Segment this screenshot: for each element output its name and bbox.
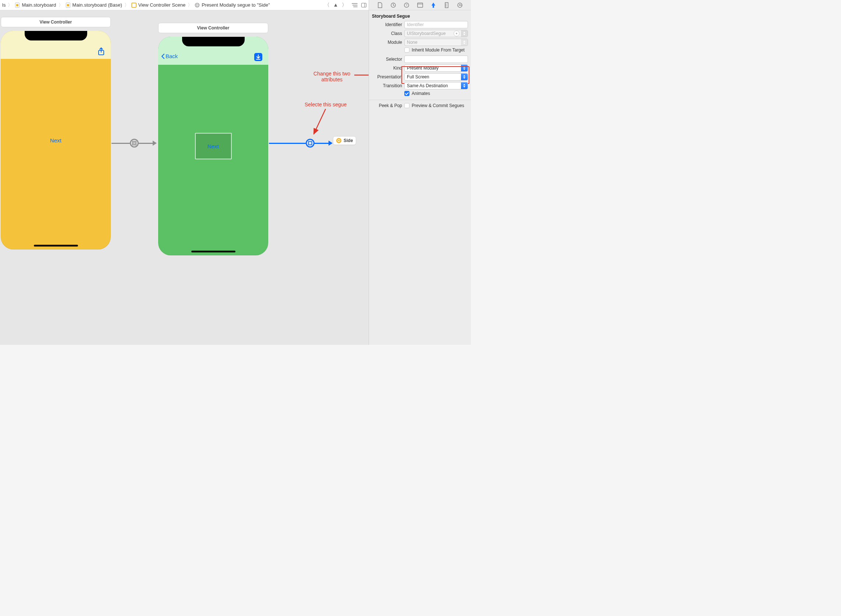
stepper-icon [461,65,467,71]
identifier-field[interactable] [404,21,468,28]
share-icon[interactable] [98,47,105,57]
segue-left-to-right[interactable] [111,139,157,148]
nav-forward-button[interactable]: 〉 [341,2,348,8]
class-select[interactable]: UIStoryboardSegue [404,30,468,37]
quick-help-inspector-tab[interactable]: ? [402,1,411,9]
selector-label: Selector [372,57,402,62]
animates-checkbox[interactable]: Animates [404,91,430,96]
inherit-module-checkbox[interactable]: Inherit Module From Target [404,47,464,53]
view-controller-right[interactable]: View Controller Back Next [158,23,268,255]
presentation-select[interactable]: Full Screen [404,73,468,81]
jumpbar-seg-0-label: ls [2,2,6,8]
segue-right-to-side[interactable] [269,139,333,148]
storyboard-file-icon [66,3,70,8]
annotation-line: Selecte this segue [305,101,347,107]
back-button[interactable]: Back [161,53,178,59]
animates-label: Animates [412,91,430,96]
annotation-arrow-icon [353,71,369,82]
next-button-label: Next [208,143,219,150]
kind-select-value: Present Modally [407,66,438,70]
annotation-line: attributes [314,76,350,82]
storyboard-canvas[interactable]: View Controller Next View Controller [0,10,369,345]
jumpbar-seg-4-label: Present Modally segue to "Side" [202,2,270,8]
svg-rect-1 [16,4,18,6]
peek-pop-checkbox[interactable]: Preview & Commit Segues [404,103,464,108]
stepper-icon [461,73,467,80]
vc-right-header[interactable]: View Controller [158,23,268,33]
svg-text:?: ? [406,3,407,7]
svg-rect-3 [67,4,69,6]
warning-icon[interactable]: ▲ [332,2,340,8]
module-select-value: None [407,40,418,45]
container-view[interactable]: Next [195,133,232,159]
svg-rect-23 [418,3,423,7]
vc-left-header[interactable]: View Controller [1,17,111,27]
presentation-select-value: Full Screen [407,74,429,79]
home-indicator [34,245,78,246]
stepper-icon [461,39,467,45]
storyboard-file-icon [15,3,20,8]
svg-rect-4 [132,3,136,7]
split-editor-icon[interactable] [361,3,366,7]
chevron-left-icon [161,53,165,59]
attributes-inspector-tab[interactable] [429,1,438,9]
presentation-label: Presentation [372,74,402,79]
jumpbar-seg-2-label: Main.storyboard (Base) [72,2,122,8]
vc-left-title: View Controller [40,19,72,25]
class-select-value: UIStoryboardSegue [407,31,445,36]
reference-icon [336,138,341,143]
jumpbar-seg-1-label: Main.storyboard [22,2,56,8]
jumpbar-seg-2[interactable]: Main.storyboard (Base) [66,2,122,8]
svg-rect-15 [133,142,135,144]
download-icon[interactable] [254,53,262,61]
jumpbar-seg-4[interactable]: Present Modally segue to "Side" [195,2,270,8]
identifier-label: Identifier [372,22,402,27]
file-inspector-tab[interactable] [376,1,384,9]
jumpbar-seg-3-label: View Controller Scene [138,2,185,8]
inherit-module-label: Inherit Module From Target [412,47,464,53]
device-preview-right[interactable]: Back Next [158,37,268,255]
chevron-right-icon: 〉 [125,2,129,9]
device-notch [182,37,245,46]
transition-label: Transition [372,83,402,88]
history-inspector-tab[interactable] [389,1,398,9]
chevron-right-icon: 〉 [188,2,192,9]
peek-pop-section: Peek & Pop Preview & Commit Segues [369,100,471,112]
kind-label: Kind [372,66,402,70]
segue-section: Storyboard Segue Identifier Class UIStor… [369,10,471,100]
svg-point-5 [195,3,199,7]
jumpbar-seg-1[interactable]: Main.storyboard [15,2,56,8]
module-label: Module [372,40,402,45]
chevron-right-icon: 〉 [59,2,63,9]
home-indicator [191,251,236,252]
class-label: Class [372,31,402,36]
device-notch [25,31,87,41]
transition-select[interactable]: Same As Destination [404,82,468,89]
kind-select[interactable]: Present Modally [404,65,468,72]
jumpbar-seg-3[interactable]: View Controller Scene [131,2,185,8]
device-preview-left[interactable]: Next [1,31,111,249]
svg-line-19 [314,109,325,134]
annotation-arrow-icon [312,107,330,137]
view-controller-left[interactable]: View Controller Next [1,17,111,249]
storyboard-reference-side[interactable]: Side [333,136,356,145]
storyboard-reference-label: Side [344,138,353,143]
next-button[interactable]: Next [50,137,62,144]
connections-inspector-tab[interactable] [456,1,464,9]
module-select[interactable]: None [404,39,468,46]
selector-field[interactable] [404,56,468,63]
jump-bar: ls 〉 Main.storyboard 〉 Main.storyboard (… [0,0,369,10]
modal-segue-icon [306,139,315,148]
nav-back-button[interactable]: 〈 [323,2,331,8]
identity-inspector-tab[interactable] [416,1,425,9]
segue-icon [195,3,200,8]
size-inspector-tab[interactable] [442,1,451,9]
svg-point-17 [338,139,340,142]
vc-right-title: View Controller [197,25,230,31]
inspector-tabs: ? [369,0,471,10]
annotation-line: Change this two [314,70,350,76]
class-indicator-icon [454,31,460,37]
jumpbar-seg-0[interactable]: ls [2,2,6,8]
section-title: Storyboard Segue [369,13,471,20]
related-items-icon[interactable] [352,3,357,7]
